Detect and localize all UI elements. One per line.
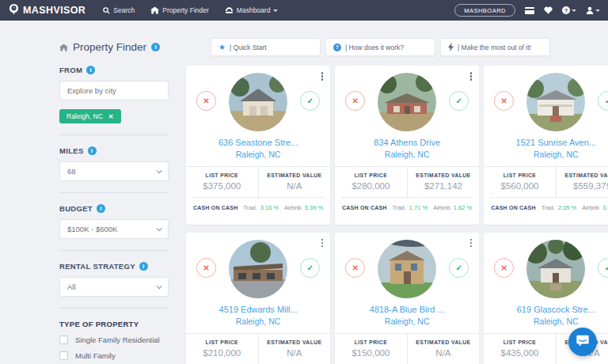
quick-start-button[interactable]: ★ | Quick Start — [211, 38, 321, 56]
budget-select[interactable]: $100K - $600K — [59, 219, 169, 239]
miles-select[interactable]: 68 — [59, 161, 169, 181]
property-address[interactable]: 619 Glascock Stre... — [484, 305, 608, 314]
property-address[interactable]: 834 Athens Drive — [335, 138, 479, 147]
checkbox-icon[interactable] — [59, 351, 68, 360]
city-tag[interactable]: Raleigh, NC ✕ — [59, 109, 121, 123]
chat-launcher-button[interactable] — [568, 328, 597, 356]
help-menu[interactable]: ? — [562, 6, 576, 14]
reject-button[interactable]: ✕ — [345, 258, 365, 278]
property-address[interactable]: 1521 Sunrise Aven... — [484, 138, 608, 147]
list-price-value: $560,000 — [484, 181, 556, 191]
chevron-down-icon — [157, 226, 162, 231]
list-price-label: LIST PRICE — [186, 173, 258, 178]
card-icon[interactable] — [525, 7, 534, 14]
estimated-value-label: ESTIMATED VALUE — [557, 173, 608, 178]
mashboard-button[interactable]: MASHBOARD — [454, 4, 515, 17]
chevron-down-icon — [273, 9, 278, 12]
rental-strategy-label: RENTAL STRATEGY — [59, 262, 135, 271]
nav-search[interactable]: Search — [103, 6, 135, 14]
accept-button[interactable]: ✓ — [598, 258, 608, 278]
checkbox-icon[interactable] — [59, 336, 68, 344]
nav-items: Search Property Finder Mashboard — [103, 6, 278, 14]
estimated-value: N/A — [408, 348, 480, 358]
brand-name: MASHVISOR — [23, 5, 86, 16]
account-menu[interactable] — [586, 6, 600, 14]
close-icon[interactable]: ✕ — [108, 113, 114, 120]
property-address[interactable]: 636 Seastone Stre... — [186, 138, 330, 147]
kebab-menu-icon[interactable] — [320, 237, 325, 249]
info-icon[interactable]: i — [86, 66, 95, 74]
info-icon[interactable]: i — [97, 204, 105, 213]
chevron-down-icon — [595, 9, 600, 12]
filter-rental-strategy: RENTAL STRATEGYi All — [59, 262, 169, 297]
house-search-icon — [150, 6, 159, 14]
reject-button[interactable]: ✕ — [494, 258, 514, 278]
list-price-value: $210,000 — [186, 348, 258, 358]
chat-bubble-icon — [576, 333, 590, 351]
budget-label: BUDGET — [59, 204, 93, 213]
estimated-value: $559,379 — [557, 181, 608, 191]
city-search-input[interactable] — [59, 81, 169, 100]
checkbox-single-family[interactable]: Single Family Residential — [59, 336, 169, 344]
make-most-button[interactable]: | Make the most out of it! — [440, 38, 550, 56]
miles-value: 68 — [67, 167, 76, 176]
divider — [59, 192, 169, 193]
info-icon[interactable]: i — [139, 262, 148, 271]
kebab-menu-icon[interactable] — [469, 237, 474, 249]
trad-label: Trad. — [542, 204, 555, 211]
filter-from: FROMi Raleigh, NC ✕ — [59, 66, 169, 123]
estimated-value-label: ESTIMATED VALUE — [408, 339, 480, 345]
accept-button[interactable]: ✓ — [300, 91, 320, 111]
estimated-value-label: ESTIMATED VALUE — [259, 173, 331, 178]
property-address[interactable]: 4818-A Blue Bird ... — [335, 305, 479, 314]
property-card[interactable]: ✕ ✓ 4818-A Blue Bird ... Raleigh, NC LIS… — [335, 233, 479, 364]
chevron-down-icon — [157, 283, 162, 289]
info-icon[interactable]: i — [88, 146, 97, 155]
list-price-value: $150,000 — [335, 348, 407, 358]
airbnb-coc-value: 5.39 % — [305, 204, 323, 211]
cash-on-cash-label: CASH ON CASH — [193, 205, 238, 210]
reject-button[interactable]: ✕ — [196, 258, 216, 278]
kebab-menu-icon[interactable] — [469, 70, 474, 82]
reject-button[interactable]: ✕ — [345, 91, 365, 111]
mashvisor-logo[interactable]: MASHVISOR — [8, 3, 86, 18]
airbnb-label: Airbnb — [284, 204, 302, 211]
property-card[interactable]: ✕ ✓ 834 Athens Drive Raleigh, NC LIST PR… — [335, 66, 479, 225]
nav-property-finder[interactable]: Property Finder — [150, 6, 209, 14]
property-card[interactable]: ✕ ✓ 4519 Edwards Mill... Raleigh, NC LIS… — [186, 233, 330, 364]
property-city: Raleigh, NC — [484, 317, 608, 326]
property-card[interactable]: ✕ ✓ 1521 Sunrise Aven... Raleigh, NC LIS… — [484, 66, 608, 225]
divider — [59, 250, 169, 251]
heart-icon[interactable] — [544, 6, 553, 14]
accept-button[interactable]: ✓ — [449, 258, 469, 278]
page-header: Property Finder i ★ | Quick Start ? | Ho… — [59, 21, 550, 56]
rental-strategy-select[interactable]: All — [59, 277, 169, 297]
filter-budget: BUDGETi $100K - $600K — [59, 204, 169, 239]
property-city: Raleigh, NC — [335, 150, 479, 159]
budget-value: $100K - $600K — [67, 225, 117, 233]
accept-button[interactable]: ✓ — [300, 258, 320, 278]
property-photo — [526, 73, 585, 131]
type-of-property-label: TYPE OF PROPERTY — [59, 320, 169, 328]
estimated-value-label: ESTIMATED VALUE — [259, 339, 331, 345]
search-icon — [103, 7, 110, 14]
cash-on-cash-label: CASH ON CASH — [342, 205, 386, 210]
trad-label: Trad. — [393, 204, 406, 211]
reject-button[interactable]: ✕ — [196, 91, 216, 111]
checkbox-multi-family[interactable]: Multi Family — [59, 351, 169, 360]
info-icon[interactable]: i — [151, 43, 160, 51]
property-photo — [229, 73, 287, 131]
nav-search-label: Search — [113, 6, 135, 14]
property-photo — [378, 73, 436, 131]
airbnb-coc-value: 3.63 % — [602, 204, 608, 211]
nav-mashboard[interactable]: Mashboard — [225, 6, 279, 14]
property-address[interactable]: 4519 Edwards Mill... — [186, 305, 330, 314]
property-card[interactable]: ✕ ✓ 636 Seastone Stre... Raleigh, NC LIS… — [186, 66, 330, 225]
airbnb-label: Airbnb — [582, 204, 599, 211]
property-photo — [526, 240, 585, 298]
home-icon[interactable] — [59, 40, 68, 55]
miles-label: MILES — [59, 146, 84, 155]
how-it-works-button[interactable]: ? | How does it work? — [325, 38, 435, 56]
how-it-works-label: | How does it work? — [345, 44, 404, 51]
kebab-menu-icon[interactable] — [320, 70, 325, 82]
